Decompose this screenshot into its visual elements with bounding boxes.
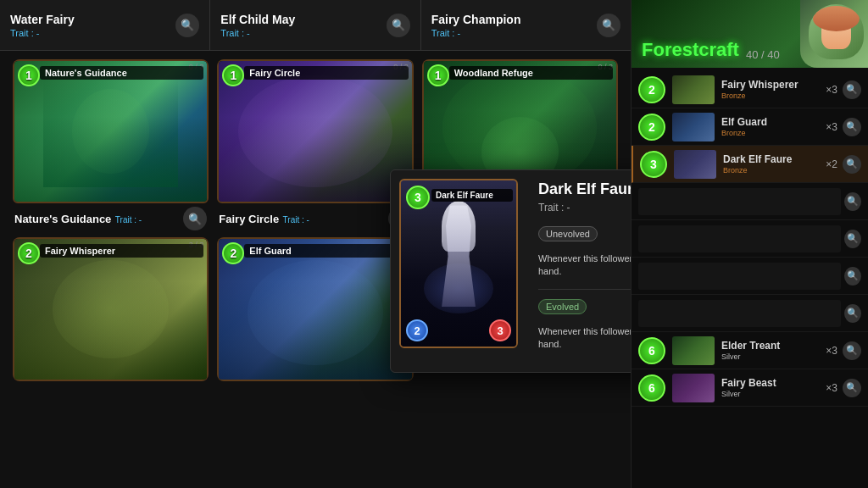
deck-entry-elf-guard-name: Elf Guard	[721, 116, 826, 128]
deck-entry-placeholder-4-bg	[638, 300, 841, 327]
popup-card-cost: 3	[406, 186, 430, 209]
tab-water-fairy-trait: Trait : -	[10, 28, 75, 38]
card-fairy-whisperer-cost: 2	[18, 242, 40, 264]
deck-count: 40 / 40	[746, 48, 780, 61]
deck-entry-placeholder-4[interactable]: 🔍	[632, 295, 868, 332]
card-fairy-circle-footer-name: Fairy Circle	[219, 213, 279, 225]
deck-entry-placeholder-4-search[interactable]: 🔍	[844, 304, 861, 323]
deck-entry-fairy-whisperer[interactable]: 2 Fairy Whisperer Bronze ×3 🔍	[632, 71, 868, 108]
tab-water-fairy[interactable]: Water Fairy Trait : - 🔍	[0, 0, 210, 50]
deck-entry-fairy-whisperer-search[interactable]: 🔍	[843, 80, 861, 99]
deck-entry-dark-elf-faure-info: Dark Elf Faure Bronze	[723, 153, 826, 175]
deck-entry-elf-guard-count: ×3	[826, 121, 837, 133]
deck-entry-fairy-beast[interactable]: 6 Fairy Beast Silver ×3 🔍	[632, 369, 868, 407]
deck-entry-elder-treant-search[interactable]: 🔍	[843, 341, 861, 360]
popup-evolved-section: Evolved 4 5 Whenever this follower attac…	[538, 297, 631, 352]
tab-elf-child[interactable]: Elf Child May Trait : - 🔍	[210, 0, 420, 50]
tab-water-fairy-search[interactable]: 🔍	[175, 14, 199, 37]
card-fairy-whisperer[interactable]: 2 Fairy Whisperer 3 / 3	[13, 237, 209, 381]
tab-water-fairy-name: Water Fairy	[10, 13, 75, 26]
card-woodland-label: Woodland Refuge	[449, 66, 613, 80]
card-natures-footer-trait: Trait : -	[115, 215, 142, 225]
deck-entry-fairy-whisperer-name: Fairy Whisperer	[721, 79, 826, 91]
card-natures-search-btn[interactable]: 🔍	[183, 207, 207, 230]
deck-entry-fairy-beast-search[interactable]: 🔍	[843, 379, 861, 397]
deck-craft-name: Forestcraft	[642, 39, 739, 61]
tab-fairy-champion-trait: Trait : -	[431, 28, 521, 38]
card-fairy-circle-footer: Fairy Circle Trait : - 🔍	[217, 203, 413, 230]
popup-trait: Trait : -	[538, 202, 631, 214]
deck-entry-placeholder-3-bg	[638, 263, 841, 290]
popup-unevolved-section: Unevolved 2 3 Whenever this follower att…	[538, 224, 631, 279]
card-natures-cost: 1	[18, 64, 40, 86]
deck-entry-elder-treant[interactable]: 6 Elder Treant Silver ×3 🔍	[632, 332, 868, 369]
popup-def-badge: 3	[489, 319, 511, 341]
card-natures-guidance[interactable]: 1 Nature's Guidance 0 / 3 Nature's Guida…	[13, 59, 209, 230]
deck-entry-dark-elf-faure-rarity: Bronze	[723, 166, 826, 175]
card-elf-guard[interactable]: 2 Elf Guard 3 / 3	[217, 237, 413, 381]
deck-entry-placeholder-2-bg	[638, 225, 841, 252]
deck-header: Forestcraft 40 / 40	[632, 0, 868, 68]
deck-entry-elder-treant-rarity: Silver	[721, 352, 826, 361]
deck-entry-elf-guard-info: Elf Guard Bronze	[721, 116, 826, 137]
deck-list[interactable]: 2 Fairy Whisperer Bronze ×3 🔍 2 Elf Gu	[632, 68, 868, 488]
card-natures-guidance-art	[14, 61, 207, 202]
card-col-1: 1 Nature's Guidance 0 / 3 Nature's Guida…	[8, 59, 213, 480]
deck-entry-elf-guard-art	[672, 113, 715, 141]
popup-evolved-header: Evolved 4 5	[538, 297, 631, 322]
deck-entry-fairy-beast-name: Fairy Beast	[721, 377, 826, 389]
deck-entry-dark-elf-faure-art-bg	[674, 150, 716, 179]
deck-entry-dark-elf-faure-search[interactable]: 🔍	[843, 155, 861, 174]
deck-entry-fairy-whisperer-art-bg	[672, 75, 715, 104]
tab-elf-child-info: Elf Child May Trait : -	[220, 13, 295, 38]
popup-card-side: 3 Dark Elf Faure 2 3	[391, 170, 526, 372]
tab-fairy-champion[interactable]: Fairy Champion Trait : - 🔍	[421, 0, 631, 50]
tab-elf-child-search[interactable]: 🔍	[387, 14, 410, 37]
tab-fairy-champion-name: Fairy Champion	[431, 13, 521, 26]
card-natures-label: Nature's Guidance	[40, 66, 203, 80]
card-natures-footer: Nature's Guidance Trait : - 🔍	[13, 203, 209, 230]
card-fairy-circle[interactable]: 1 Fairy Circle 0 / 3 Fairy Circle Trait …	[217, 59, 413, 230]
deck-entry-fairy-whisperer-cost: 2	[638, 76, 665, 103]
deck-entry-placeholder-2-search[interactable]: 🔍	[844, 230, 861, 248]
card-fairy-circle-art	[219, 61, 411, 202]
card-fairy-whisperer-art	[14, 239, 207, 380]
deck-entry-placeholder-1-bg	[638, 188, 841, 215]
popup-evolved-tag: Evolved	[538, 299, 587, 314]
deck-entry-elf-guard[interactable]: 2 Elf Guard Bronze ×3 🔍	[632, 108, 868, 146]
deck-entry-fairy-whisperer-info: Fairy Whisperer Bronze	[721, 79, 826, 100]
popup-info-side: Dark Elf Faure Trait : - Unevolved 2 3 W…	[526, 170, 631, 372]
card-fairy-circle-footer-trait: Trait : -	[283, 215, 309, 225]
deck-entry-fairy-beast-info: Fairy Beast Silver	[721, 377, 826, 398]
deck-header-art	[800, 0, 868, 68]
deck-entry-elder-treant-count: ×3	[826, 345, 837, 357]
card-col-2: 1 Fairy Circle 0 / 3 Fairy Circle Trait …	[213, 59, 417, 480]
tab-fairy-champion-search[interactable]: 🔍	[597, 14, 620, 37]
card-fairy-whisperer-img: 2 Fairy Whisperer 3 / 3	[13, 237, 209, 381]
card-natures-guidance-img: 1 Nature's Guidance 0 / 3	[13, 59, 209, 203]
popup-atk-badge: 2	[406, 319, 428, 341]
deck-entry-placeholder-2[interactable]: 🔍	[632, 220, 868, 258]
popup-card-visual: 3 Dark Elf Faure 2 3	[399, 179, 518, 348]
deck-entry-elf-guard-search[interactable]: 🔍	[843, 118, 861, 136]
deck-entry-fairy-beast-art-bg	[672, 374, 715, 402]
card-browser: Water Fairy Trait : - 🔍 Elf Child May Tr…	[0, 0, 631, 488]
card-fairy-whisperer-label: Fairy Whisperer	[40, 244, 203, 258]
deck-entry-elf-guard-cost: 2	[638, 114, 665, 141]
deck-entry-placeholder-1-search[interactable]: 🔍	[844, 192, 861, 211]
popup-card-name-bar: Dark Elf Faure	[431, 189, 513, 202]
deck-entry-dark-elf-faure-count: ×2	[826, 158, 837, 170]
main-layout: Water Fairy Trait : - 🔍 Elf Child May Tr…	[0, 0, 868, 488]
deck-entry-dark-elf-faure[interactable]: 3 Dark Elf Faure Bronze ×2 🔍	[632, 146, 868, 183]
popup-evolved-desc: Whenever this follower attacks, put a Fa…	[538, 325, 631, 352]
deck-entry-placeholder-3-search[interactable]: 🔍	[844, 267, 861, 286]
card-popup: 3 Dark Elf Faure 2 3 Dark Elf Faure Trai…	[390, 169, 631, 373]
deck-entry-dark-elf-faure-name: Dark Elf Faure	[723, 153, 826, 165]
card-natures-footer-name: Nature's Guidance	[14, 213, 111, 225]
deck-entry-placeholder-3[interactable]: 🔍	[632, 258, 868, 295]
deck-entry-placeholder-1[interactable]: 🔍	[632, 183, 868, 220]
deck-entry-fairy-whisperer-art	[672, 75, 715, 104]
popup-title: Dark Elf Faure	[538, 180, 631, 198]
popup-unevolved-tag: Unevolved	[538, 226, 598, 241]
deck-entry-elder-treant-art	[672, 336, 715, 365]
